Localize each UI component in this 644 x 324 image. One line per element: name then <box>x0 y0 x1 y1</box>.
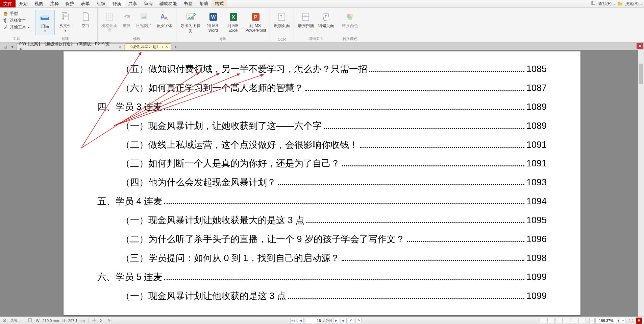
from-file-icon <box>59 11 71 23</box>
toc-line: （一）现金风暴计划让她收获最大的是这 3 点1095 <box>97 213 547 228</box>
vertical-scrollbar[interactable] <box>638 50 644 317</box>
btn-deskew[interactable]: T 纠偏页面 <box>316 10 336 29</box>
menu-start[interactable]: 开始 <box>16 0 31 7</box>
btn-convert-color[interactable]: 转换颜色 <box>340 10 360 29</box>
tab-menu-icon[interactable]: ▾ <box>9 43 16 50</box>
svg-rect-8 <box>106 13 113 21</box>
menu-accessibility[interactable]: 辅助功能 <box>156 0 180 7</box>
view-facing-cont[interactable] <box>563 318 570 323</box>
tool-select-label: 选择文本 <box>10 18 26 23</box>
view-continuous[interactable] <box>547 318 555 323</box>
tab-list-icon[interactable]: ▤ <box>1 43 9 50</box>
btn-color-label: 转换颜色 <box>342 23 358 28</box>
btn-enhance-scan[interactable]: 增强扫描 <box>296 10 316 29</box>
zoom-input[interactable] <box>595 318 617 323</box>
menu-form[interactable]: 表单 <box>78 0 93 7</box>
nav-first[interactable]: ⏮ <box>290 318 296 323</box>
chevron-down-icon[interactable]: ▾ <box>618 319 619 322</box>
nav-back[interactable]: ↶ <box>348 318 354 323</box>
close-all-tabs[interactable]: ✕ <box>637 43 643 49</box>
close-icon[interactable]: ✕ <box>119 45 121 49</box>
menu-file[interactable]: 文件 <box>0 0 16 7</box>
nav-prev[interactable]: ◀ <box>298 318 304 323</box>
menu-find[interactable]: 查找(F)... <box>598 1 615 7</box>
btn-blank[interactable]: 空白 <box>76 10 95 29</box>
scanner-icon <box>39 11 51 23</box>
nav-fwd[interactable]: ↷ <box>355 318 362 323</box>
view-fit-width[interactable] <box>571 318 578 323</box>
menu-convert[interactable]: 转换 <box>109 0 125 7</box>
ribbon-group-enhance: 增强扫描 T 纠偏页面 增强页面 <box>294 8 338 42</box>
h-value: 297.1 mm <box>68 319 85 323</box>
btn-ocr-recognize[interactable]: T 识别页面 <box>272 10 292 29</box>
document-tab-2[interactable]: 《现金风暴计划》 › ✕ <box>125 43 171 50</box>
menu-protect[interactable]: 保护 <box>62 0 78 7</box>
btn-replace-font[interactable]: AA 替换字体 <box>154 10 174 29</box>
close-icon[interactable]: ✕ <box>165 45 168 49</box>
menu-bookmark[interactable]: 书签 <box>180 0 196 7</box>
btn-rasterize[interactable]: 栅格化页面 <box>100 10 119 34</box>
svg-text:T: T <box>280 15 282 19</box>
btn-from-file[interactable]: 从文件▾ <box>55 10 75 34</box>
cursor-pos-icon <box>92 318 97 323</box>
svg-point-36 <box>4 320 5 321</box>
blank-page-icon <box>80 11 91 23</box>
menu-view[interactable]: 视图 <box>31 0 47 7</box>
btn-raster-label: 栅格化页面 <box>100 23 119 33</box>
scrollbar-thumb[interactable] <box>639 64 643 84</box>
menu-help[interactable]: 帮助 <box>196 0 212 7</box>
tool-select-text[interactable]: T 选择文本 <box>2 17 31 24</box>
page-input[interactable] <box>305 318 322 323</box>
page-size-icon <box>28 318 32 323</box>
menu-organize[interactable]: 组织 <box>93 0 109 7</box>
svg-point-14 <box>188 15 190 16</box>
toc-leader <box>164 109 524 110</box>
btn-export-ppt[interactable]: P 到 MS-PowerPoint <box>244 10 268 34</box>
document-tabbar: ▤ ▾ 039【文案】《超级爆款打造》（高清版）P219(更多... ✕ 《现金… <box>0 43 644 50</box>
toc-leader <box>164 203 524 204</box>
btn-scan[interactable]: 扫描▾ <box>35 10 55 35</box>
nav-last[interactable]: ⏭ <box>341 318 347 323</box>
menu-annotate[interactable]: 注释 <box>47 0 62 7</box>
zoom-out[interactable]: − <box>589 318 595 323</box>
btn-export-excel-label: 到 MS-Excel <box>224 23 243 33</box>
tool-hand[interactable]: 手型 <box>2 10 31 17</box>
toc-text: （一）现金风暴计划让他收获的是这 3 点 <box>121 288 286 304</box>
btn-compress-image[interactable]: 压缩图片 <box>134 10 154 29</box>
toc-page: 1085 <box>526 62 547 77</box>
tool-other[interactable]: 其他工具▾ <box>2 24 31 30</box>
fullscreen-button[interactable]: ⛶ <box>629 319 633 323</box>
menu-share[interactable]: 共享 <box>125 0 141 7</box>
color-wheel-icon <box>344 11 356 23</box>
btn-ocr-label: 识别页面 <box>274 23 290 28</box>
view-facing[interactable] <box>555 318 563 323</box>
view-single[interactable] <box>540 318 547 323</box>
toc-text: 五、学员 4 连麦 <box>97 194 162 209</box>
view-fit-page[interactable] <box>578 318 586 323</box>
toc-leader <box>305 90 524 91</box>
status-options[interactable]: 选项... <box>10 318 21 323</box>
toc-leader <box>342 260 524 261</box>
menu-format[interactable]: 格式 <box>212 0 227 7</box>
replace-font-icon: AA <box>158 11 170 23</box>
btn-export-image[interactable]: 导出为图像(I) <box>178 10 203 34</box>
x-label: X : <box>100 319 104 323</box>
toc-page: 1095 <box>526 213 547 228</box>
new-tab-button[interactable]: ＋ <box>172 43 179 50</box>
status-bar: 选项... W : 210.0 mm H : 297.1 mm X : Y : … <box>0 317 644 324</box>
toc-text: （二）做线上私域运营，这个点没做好，会很影响你收钱！ <box>121 137 358 153</box>
svg-text:T: T <box>325 15 327 19</box>
nav-next[interactable]: ▶ <box>333 318 339 323</box>
document-tab-1[interactable]: 039【文案】《超级爆款打造》（高清版）P219(更多... ✕ <box>16 43 124 50</box>
menu-search[interactable]: 搜索(S)... <box>625 1 642 7</box>
adobe-icon[interactable]: A <box>636 318 642 324</box>
menu-review[interactable]: 审阅 <box>141 0 156 7</box>
btn-scan-label: 扫描 <box>41 24 49 28</box>
btn-export-excel[interactable]: X 到 MS-Excel <box>224 10 243 34</box>
zoom-in[interactable]: ＋ <box>620 318 625 323</box>
btn-redo[interactable]: 重做 <box>120 10 133 29</box>
svg-rect-7 <box>64 14 68 20</box>
toc-leader <box>278 184 524 185</box>
document-viewport[interactable]: （五）做知识付费领域，另一半不爱学习，怎么办？只需一招1085（六）如何真正学习… <box>0 50 644 317</box>
btn-export-word[interactable]: W 到 MS-Word <box>203 10 223 34</box>
